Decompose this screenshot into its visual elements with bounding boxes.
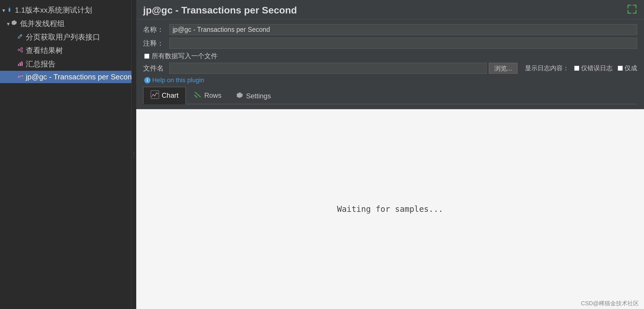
tab-chart-label: Chart xyxy=(162,91,179,99)
success-log-label: 仅成 xyxy=(625,64,637,73)
file-row: 文件名 浏览... 显示日志内容： 仅错误日志 仅成 xyxy=(143,63,637,74)
sidebar-resize-handle[interactable]: ⋮ xyxy=(132,0,136,309)
pencil-icon xyxy=(17,33,23,42)
svg-point-15 xyxy=(154,95,155,96)
page-title: jp@gc - Transactions per Second xyxy=(143,5,623,16)
tab-rows-label: Rows xyxy=(204,91,222,99)
svg-line-6 xyxy=(20,49,21,50)
sidebar-group-item[interactable]: ▾ 低并发线程组 xyxy=(0,17,131,30)
success-log-checkbox[interactable] xyxy=(618,66,623,71)
sidebar-root-item[interactable]: ▾ 1.1版本xx系统测试计划 xyxy=(0,3,131,17)
tps-icon xyxy=(17,73,23,81)
svg-point-16 xyxy=(156,92,157,93)
sidebar-item-summary[interactable]: 汇总报告 xyxy=(0,57,131,71)
comment-label: 注释： xyxy=(143,39,166,48)
sidebar-item-label: 查看结果树 xyxy=(26,46,63,56)
svg-rect-10 xyxy=(21,62,23,66)
content-area: jp@gc - Transactions per Second 名称： 注 xyxy=(136,0,644,309)
chart-container: Waiting for samples... xyxy=(136,109,644,309)
tab-rows[interactable]: Rows xyxy=(186,87,229,104)
name-input[interactable] xyxy=(169,24,637,35)
main-layout: ▾ 1.1版本xx系统测试计划 ▾ 低并发线程组 xyxy=(0,0,644,309)
svg-line-2 xyxy=(20,35,21,36)
name-label: 名称： xyxy=(143,25,166,34)
settings-tab-icon xyxy=(236,91,244,101)
summary-icon xyxy=(17,60,23,69)
tab-chart[interactable]: Chart xyxy=(143,87,186,104)
all-data-label: 所有数据写入一个文件 xyxy=(152,52,218,60)
svg-point-3 xyxy=(18,49,20,51)
svg-rect-13 xyxy=(151,91,159,99)
svg-point-4 xyxy=(21,48,23,49)
svg-point-12 xyxy=(22,75,23,77)
success-log-checkbox-label: 仅成 xyxy=(618,64,637,73)
results-tree-icon xyxy=(17,46,23,55)
help-link[interactable]: i Help on this plugin xyxy=(143,77,637,84)
svg-line-7 xyxy=(20,50,21,51)
error-log-checkbox-label: 仅错误日志 xyxy=(574,64,613,73)
root-icon xyxy=(6,6,13,14)
svg-point-14 xyxy=(153,94,154,95)
root-expand-arrow: ▾ xyxy=(2,7,5,14)
filename-label: 文件名 xyxy=(143,64,166,73)
watermark: CSD@稀猫金技术社区 xyxy=(581,300,639,307)
sidebar-item-label: 汇总报告 xyxy=(26,59,56,69)
sidebar-item-view-results[interactable]: 查看结果树 xyxy=(0,44,131,57)
sidebar: ▾ 1.1版本xx系统测试计划 ▾ 低并发线程组 xyxy=(0,0,132,309)
all-data-checkbox[interactable] xyxy=(144,54,149,59)
help-text: Help on this plugin xyxy=(152,77,204,84)
group-expand-arrow: ▾ xyxy=(7,20,10,27)
sidebar-item-page-api[interactable]: 分页获取用户列表接口 xyxy=(0,30,131,44)
info-icon: i xyxy=(144,77,151,83)
sidebar-item-tps[interactable]: jp@gc - Transactions per Second xyxy=(0,71,131,83)
tab-settings[interactable]: Settings xyxy=(229,88,278,104)
browse-button[interactable]: 浏览... xyxy=(489,63,517,74)
filename-input[interactable] xyxy=(169,63,487,74)
svg-rect-1 xyxy=(9,8,10,12)
comment-input[interactable] xyxy=(169,38,637,49)
gear-icon xyxy=(11,19,18,28)
form-area: 名称： 注释： 所有数据写入一个文件 文件名 浏览... 显示日志内容： xyxy=(136,19,644,109)
rows-tab-icon xyxy=(193,90,202,101)
name-row: 名称： xyxy=(143,24,637,35)
waiting-text: Waiting for samples... xyxy=(337,204,443,214)
root-label: 1.1版本xx系统测试计划 xyxy=(15,5,92,15)
tabs-bar: Chart Rows xyxy=(143,87,637,104)
comment-row: 注释： xyxy=(143,38,637,49)
content-header: jp@gc - Transactions per Second xyxy=(136,0,644,19)
error-log-label: 仅错误日志 xyxy=(581,64,613,73)
sidebar-tree: ▾ 1.1版本xx系统测试计划 ▾ 低并发线程组 xyxy=(0,3,131,309)
tab-settings-label: Settings xyxy=(246,92,271,100)
svg-rect-9 xyxy=(20,63,21,66)
log-display-label: 显示日志内容： xyxy=(525,64,569,73)
group-label: 低并发线程组 xyxy=(20,19,65,29)
chart-tab-icon xyxy=(150,90,159,101)
sidebar-item-label: 分页获取用户列表接口 xyxy=(26,32,100,42)
error-log-checkbox[interactable] xyxy=(574,66,579,71)
sidebar-item-label: jp@gc - Transactions per Second xyxy=(26,73,131,81)
svg-point-11 xyxy=(21,74,22,75)
svg-rect-8 xyxy=(18,64,19,66)
all-data-row: 所有数据写入一个文件 xyxy=(143,52,637,60)
svg-point-5 xyxy=(21,50,23,52)
expand-icon[interactable] xyxy=(627,4,637,16)
